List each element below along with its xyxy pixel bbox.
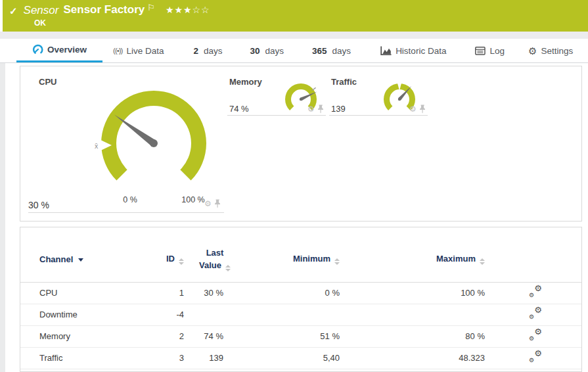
traffic-tile-gear-icon[interactable]: ⚙ — [409, 105, 417, 113]
tab-log[interactable]: Log — [475, 39, 505, 62]
channel-id-cell: 1 — [142, 282, 188, 304]
sensor-status-header: ✓ Sensor Sensor Factory ⚐ ★★★☆☆ OK — [3, 0, 588, 32]
settings-gear-icon: ⚙ — [528, 46, 537, 56]
memory-gauge-title: Memory — [229, 77, 262, 87]
cpu-tile-separator — [28, 212, 224, 213]
channel-minimum-cell — [254, 304, 355, 325]
traffic-tile-separator — [329, 115, 428, 116]
tab-30-days-number: 30 — [250, 46, 260, 56]
gauges-panel: CPU x̄ 0 % 100 % 30 % ⚙ Memory 74 % ⚙ Tr… — [20, 66, 582, 221]
channel-name-cell: Traffic — [20, 347, 142, 369]
channel-settings-icon[interactable]: ⚙⚙ — [529, 308, 542, 319]
stars-filled[interactable]: ★★★ — [166, 5, 192, 15]
traffic-gauge-title: Traffic — [331, 77, 357, 87]
tab-historic-data-label: Historic Data — [396, 46, 446, 56]
channel-minimum-cell: 5,40 — [254, 347, 355, 369]
tab-historic-data[interactable]: Historic Data — [380, 39, 446, 62]
memory-tile-tools: ⚙ — [307, 105, 324, 114]
gauge-icon — [32, 44, 43, 55]
channel-minimum-cell: 51 % — [254, 325, 355, 347]
table-row: Downtime -4 ⚙⚙ — [20, 304, 581, 325]
channel-settings-icon[interactable]: ⚙⚙ — [529, 287, 542, 297]
channel-maximum-cell: 80 % — [355, 325, 495, 347]
chart-icon — [380, 46, 392, 56]
table-row: Memory 2 74 % 51 % 80 % ⚙⚙ — [20, 325, 581, 347]
tab-log-label: Log — [489, 46, 505, 56]
column-header-minimum-label: Minimum — [293, 254, 330, 264]
sort-toggle-icon — [179, 258, 184, 265]
tab-30-days[interactable]: 30 days — [250, 39, 284, 62]
tab-overview[interactable]: Overview — [16, 39, 102, 62]
channel-last-value-cell: 139 — [188, 347, 254, 369]
channel-id-cell: 2 — [142, 325, 188, 347]
table-row: CPU 1 30 % 0 % 100 % ⚙⚙ — [20, 282, 581, 304]
tab-365-days[interactable]: 365 days — [312, 39, 351, 62]
column-header-id[interactable]: ID — [142, 227, 188, 282]
channel-name-cell: Memory — [20, 325, 142, 347]
sort-toggle-icon — [480, 258, 485, 265]
log-list-icon — [475, 47, 486, 55]
channel-settings-icon[interactable]: ⚙⚙ — [529, 352, 542, 362]
column-header-last-label: Last — [188, 246, 242, 260]
sensor-title: Sensor Factory — [63, 3, 145, 16]
cpu-gauge-value: 30 % — [28, 200, 49, 210]
traffic-tile-pin-icon[interactable] — [419, 105, 426, 114]
channel-id-cell: -4 — [142, 304, 188, 325]
memory-tile-pin-icon[interactable] — [317, 105, 324, 114]
tab-live-data-label: Live Data — [126, 46, 164, 56]
tab-overview-label: Overview — [47, 45, 87, 55]
tab-2-days[interactable]: 2 days — [193, 39, 222, 62]
channels-panel: Channel ID LastValue Minimum Maximum CPU… — [20, 227, 582, 372]
cpu-average-marker: x̄ — [95, 142, 99, 150]
tab-settings-label: Settings — [541, 46, 573, 56]
channel-maximum-cell — [355, 304, 495, 325]
channel-maximum-cell: 48.323 — [355, 347, 495, 369]
memory-tile-separator — [227, 115, 326, 116]
channel-settings-icon[interactable]: ⚙⚙ — [529, 330, 542, 340]
tab-365-days-unit: days — [332, 46, 351, 56]
tab-365-days-number: 365 — [312, 46, 327, 56]
channels-header-row: Channel ID LastValue Minimum Maximum — [20, 227, 581, 282]
channel-minimum-cell: 0 % — [254, 282, 355, 304]
tab-2-days-number: 2 — [193, 46, 198, 56]
channel-maximum-cell: 100 % — [355, 282, 495, 304]
header-sub-band — [0, 32, 588, 39]
memory-gauge-value: 74 % — [229, 104, 249, 114]
column-header-channel[interactable]: Channel — [20, 227, 142, 282]
column-header-channel-label: Channel — [39, 254, 73, 264]
column-header-actions — [495, 227, 581, 282]
memory-tile-gear-icon[interactable]: ⚙ — [307, 105, 315, 113]
sort-descending-icon — [78, 258, 83, 262]
channel-name-cell: CPU — [20, 282, 142, 304]
cpu-gauge-title: CPU — [39, 77, 57, 87]
traffic-gauge-value: 139 — [331, 104, 346, 114]
column-header-minimum[interactable]: Minimum — [254, 227, 355, 282]
cpu-gauge: x̄ — [95, 84, 213, 202]
tab-settings[interactable]: ⚙ Settings — [528, 39, 573, 62]
tab-30-days-unit: days — [265, 46, 284, 56]
cpu-tile-gear-icon[interactable]: ⚙ — [204, 200, 212, 208]
priority-stars[interactable]: ★★★☆☆ — [166, 5, 210, 15]
status-badge: OK — [34, 18, 588, 28]
column-header-maximum[interactable]: Maximum — [355, 227, 495, 282]
column-header-id-label: ID — [166, 254, 175, 264]
channel-last-value-cell: 74 % — [188, 325, 254, 347]
tab-2-days-unit: days — [204, 46, 223, 56]
channel-last-value-cell: 30 % — [188, 282, 254, 304]
channel-last-value-cell — [188, 304, 254, 325]
column-header-maximum-label: Maximum — [436, 254, 476, 264]
channel-name-cell: Downtime — [20, 304, 142, 325]
column-header-value-label: Value — [188, 259, 242, 272]
cpu-tile-pin-icon[interactable] — [214, 199, 221, 208]
status-check-icon: ✓ — [9, 5, 18, 17]
tab-live-data[interactable]: ((•)) Live Data — [113, 39, 164, 62]
column-header-last-value[interactable]: LastValue — [188, 227, 254, 282]
object-kind-label: Sensor — [24, 4, 59, 17]
channels-table: Channel ID LastValue Minimum Maximum CPU… — [20, 227, 581, 369]
stars-empty[interactable]: ☆☆ — [192, 5, 210, 15]
sort-toggle-icon — [334, 258, 340, 265]
priority-flag-icon[interactable]: ⚐ — [147, 3, 155, 12]
page-left-margin — [0, 32, 5, 372]
traffic-tile-tools: ⚙ — [409, 105, 426, 114]
sensor-tab-bar: Overview ((•)) Live Data 2 days 30 days … — [0, 39, 588, 63]
